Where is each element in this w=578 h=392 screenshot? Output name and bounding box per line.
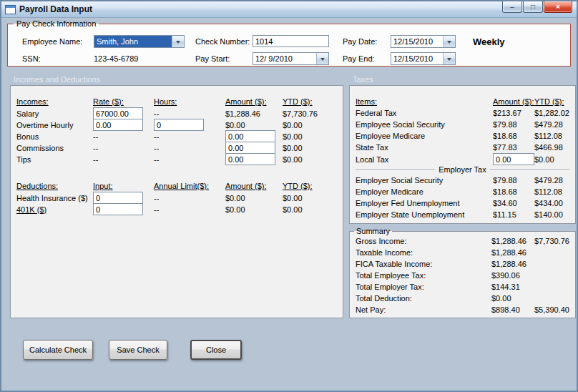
deduction-401k-input[interactable] bbox=[93, 203, 143, 215]
caption-buttons: – □ × bbox=[502, 1, 572, 13]
tax-ytd: $434.00 bbox=[534, 199, 569, 207]
salary-rate-input[interactable] bbox=[93, 107, 143, 119]
pay-date-label: Pay Date: bbox=[343, 37, 377, 46]
summary-amount: $1,288.46 bbox=[491, 248, 534, 257]
pay-date-picker[interactable]: 12/15/2010 bbox=[391, 35, 456, 48]
tax-ytd: $466.98 bbox=[534, 143, 569, 152]
tax-label: Employer State Unemployment bbox=[356, 210, 493, 219]
incomes-panel: Incomes: Rate ($): Hours: Amount ($): YT… bbox=[10, 85, 343, 318]
calculate-check-button[interactable]: Calculate Check bbox=[23, 340, 93, 360]
overtime-hours-input[interactable] bbox=[154, 119, 204, 131]
deduction-ytd: $0.00 bbox=[283, 205, 337, 214]
close-form-button[interactable]: Close bbox=[190, 340, 242, 360]
chevron-down-icon[interactable] bbox=[443, 53, 455, 64]
summary-label: Total Deduction: bbox=[356, 294, 491, 303]
tax-ytd: $479.28 bbox=[534, 176, 569, 185]
taxes-section-header: Taxes bbox=[349, 74, 576, 85]
paycheck-info-legend: Pay Check Information bbox=[14, 19, 99, 28]
commissions-amount-input[interactable] bbox=[225, 142, 275, 154]
save-check-button[interactable]: Save Check bbox=[109, 340, 167, 360]
summary-row-taxable-income: Taxable Income: $1,288.46 bbox=[350, 247, 575, 258]
incomes-col-amount: Amount ($): bbox=[225, 97, 283, 106]
income-row-bonus: Bonus -- -- $0.00 bbox=[11, 130, 343, 142]
income-hours: -- bbox=[154, 144, 225, 152]
employee-name-value: Smith, John bbox=[94, 36, 172, 47]
incomes-col-ytd: YTD ($): bbox=[283, 97, 337, 106]
pay-start-picker[interactable]: 12/ 9/2010 bbox=[253, 52, 329, 65]
chevron-down-icon[interactable] bbox=[443, 36, 455, 47]
deduction-label: Health Insurance ($) bbox=[16, 194, 93, 202]
pay-frequency-label: Weekly bbox=[473, 36, 505, 47]
summary-row-total-employer-tax: Total Employer Tax: $144.31 bbox=[350, 281, 575, 293]
chevron-down-icon[interactable] bbox=[316, 53, 328, 64]
ssn-value: 123-45-6789 bbox=[94, 54, 138, 63]
summary-amount: $1,288.46 bbox=[491, 260, 534, 268]
summary-ytd: $7,730.76 bbox=[534, 237, 569, 245]
overtime-rate-input[interactable] bbox=[93, 119, 143, 131]
tax-amount: $79.88 bbox=[493, 120, 534, 129]
taxes-header-row: Items: Amount ($): YTD ($): bbox=[350, 96, 575, 107]
health-insurance-input[interactable] bbox=[93, 192, 143, 204]
summary-amount: $0.00 bbox=[491, 294, 534, 303]
income-rate: -- bbox=[93, 144, 154, 152]
window-title: Payroll Data Input bbox=[19, 4, 92, 14]
tax-label: Employer Social Security bbox=[356, 176, 493, 185]
bonus-amount-input[interactable] bbox=[225, 130, 275, 142]
tax-amount: $11.15 bbox=[493, 210, 534, 219]
deduction-row-401k: 401K ($) -- $0.00 $0.00 bbox=[11, 203, 343, 215]
deductions-col-ytd: YTD ($): bbox=[283, 182, 337, 190]
tax-label: State Tax bbox=[356, 143, 493, 152]
deduction-limit: -- bbox=[154, 194, 225, 202]
tax-ytd: $1,282.02 bbox=[534, 109, 569, 117]
close-window-button[interactable]: × bbox=[544, 1, 572, 13]
income-ytd: $0.00 bbox=[283, 121, 337, 129]
pay-end-label: Pay End: bbox=[343, 54, 375, 63]
incomes-col-rate: Rate ($): bbox=[93, 97, 154, 106]
deduction-401k-link[interactable]: 401K ($) bbox=[16, 205, 93, 214]
deductions-col-item: Deductions: bbox=[16, 182, 93, 190]
taxes-col-ytd: YTD ($): bbox=[534, 97, 569, 106]
employer-tax-divider: Employer Tax bbox=[356, 165, 569, 174]
tips-amount-input[interactable] bbox=[225, 153, 275, 165]
income-label: Overtime Hourly bbox=[16, 121, 93, 129]
taxes-panel: Items: Amount ($): YTD ($): Federal Tax … bbox=[349, 85, 576, 224]
taxes-col-amount: Amount ($): bbox=[493, 97, 534, 106]
summary-amount: $1,288.46 bbox=[491, 237, 534, 245]
pay-end-value: 12/15/2010 bbox=[391, 53, 443, 64]
tax-label: Local Tax bbox=[356, 155, 493, 164]
bottom-button-row: Calculate Check Save Check Close bbox=[23, 340, 577, 360]
deductions-header-row: Deductions: Input: Annual Limit($): Amou… bbox=[11, 180, 343, 192]
maximize-button[interactable]: □ bbox=[523, 1, 543, 13]
employer-tax-divider-label: Employer Tax bbox=[435, 165, 489, 174]
pay-date-value: 12/15/2010 bbox=[391, 36, 443, 47]
titlebar[interactable]: Payroll Data Input – □ × bbox=[1, 1, 577, 18]
incomes-col-hours: Hours: bbox=[154, 97, 225, 106]
income-label: Commissions bbox=[16, 144, 93, 152]
summary-row-total-employee-tax: Total Employee Tax: $390.06 bbox=[350, 270, 575, 281]
summary-label: Total Employer Tax: bbox=[356, 283, 491, 291]
pay-end-picker[interactable]: 12/15/2010 bbox=[391, 52, 456, 65]
tax-row-employee-social-security: Employee Social Security $79.88 $479.28 bbox=[350, 119, 575, 130]
check-number-input[interactable] bbox=[253, 35, 329, 47]
taxes-col-item: Items: bbox=[356, 97, 493, 106]
minimize-button[interactable]: – bbox=[502, 1, 522, 13]
summary-amount: $144.31 bbox=[491, 283, 534, 291]
employee-name-combobox[interactable]: Smith, John bbox=[94, 35, 185, 48]
local-tax-input[interactable] bbox=[493, 153, 534, 165]
chevron-down-icon[interactable] bbox=[172, 36, 184, 47]
deduction-row-health-insurance: Health Insurance ($) -- $0.00 $0.00 bbox=[11, 192, 343, 203]
tax-amount: $79.88 bbox=[493, 176, 534, 185]
tax-label: Employer Fed Unemployment bbox=[356, 199, 493, 207]
tax-amount: $18.68 bbox=[493, 187, 534, 196]
income-rate: -- bbox=[93, 132, 154, 141]
tax-row-federal: Federal Tax $213.67 $1,282.02 bbox=[350, 107, 575, 119]
incomes-header-row: Incomes: Rate ($): Hours: Amount ($): YT… bbox=[11, 96, 343, 107]
summary-label: Total Employee Tax: bbox=[356, 271, 491, 280]
summary-row-net-pay: Net Pay: $898.40 $5,390.40 bbox=[350, 304, 575, 315]
income-ytd: $0.00 bbox=[283, 144, 337, 152]
tax-row-employee-medicare: Employee Medicare $18.68 $112.08 bbox=[350, 130, 575, 142]
summary-label: Gross Income: bbox=[356, 237, 491, 245]
summary-row-total-deduction: Total Deduction: $0.00 bbox=[350, 293, 575, 304]
income-rate: -- bbox=[93, 155, 154, 164]
ssn-label: SSN: bbox=[22, 54, 41, 63]
